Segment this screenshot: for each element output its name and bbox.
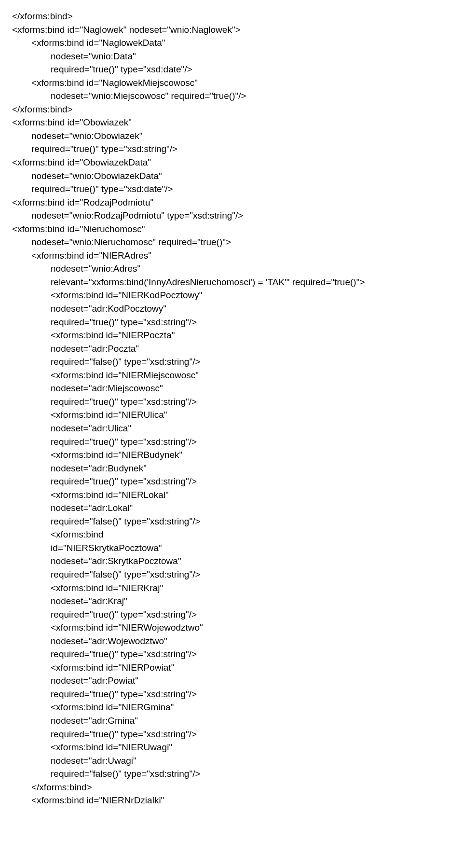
code-line: <xforms:bind id="NIERUwagi" — [12, 741, 451, 754]
code-line: nodeset="wnio:Obowiazek" — [12, 129, 451, 143]
code-line: nodeset="adr:Budynek" — [12, 462, 451, 475]
code-line: <xforms:bind id="NIERPoczta" — [12, 329, 451, 342]
code-line: </xforms:bind> — [12, 10, 451, 23]
code-line: <xforms:bind id="ObowiazekData" — [12, 156, 451, 169]
code-line: required="false()" type="xsd:string"/> — [12, 515, 451, 528]
code-line: </xforms:bind> — [12, 103, 451, 116]
code-line: id="NIERSkrytkaPocztowa" — [12, 541, 451, 555]
code-line: <xforms:bind id="NIERMiejscowosc" — [12, 369, 451, 382]
code-line: <xforms:bind id="NIERBudynek" — [12, 448, 451, 462]
code-line: <xforms:bind id="RodzajPodmiotu" — [12, 196, 451, 209]
code-line: <xforms:bind id="NIERWojewodztwo" — [12, 621, 451, 634]
code-line: nodeset="adr:Uwagi" — [12, 754, 451, 768]
code-line: </xforms:bind> — [12, 781, 451, 794]
code-line: required="false()" type="xsd:string"/> — [12, 355, 451, 369]
code-line: required="true()" type="xsd:string"/> — [12, 435, 451, 449]
code-line: <xforms:bind id="NIERAdres" — [12, 249, 451, 262]
code-line: <xforms:bind id="NaglowekMiejscowosc" — [12, 76, 451, 90]
code-line: <xforms:bind id="Obowiazek" — [12, 116, 451, 129]
code-line: required="true()" type="xsd:string"/> — [12, 475, 451, 488]
code-line: required="true()" type="xsd:string"/> — [12, 142, 451, 156]
code-line: nodeset="adr:Poczta" — [12, 342, 451, 356]
code-line: <xforms:bind id="NIERLokal" — [12, 488, 451, 502]
code-line: nodeset="wnio:Nieruchomosc" required="tr… — [12, 235, 451, 249]
code-line: required="true()" type="xsd:string"/> — [12, 395, 451, 409]
code-line: <xforms:bind id="NIERUlica" — [12, 408, 451, 422]
code-line: nodeset="adr:Powiat" — [12, 674, 451, 688]
code-line: nodeset="adr:Kraj" — [12, 594, 451, 608]
code-line: <xforms:bind id="NIERGmina" — [12, 701, 451, 714]
code-line: nodeset="adr:Miejscowosc" — [12, 382, 451, 395]
code-line: required="true()" type="xsd:string"/> — [12, 648, 451, 661]
code-line: required="true()" type="xsd:string"/> — [12, 688, 451, 701]
code-line: required="true()" type="xsd:string"/> — [12, 728, 451, 741]
code-line: <xforms:bind id="NIERKraj" — [12, 581, 451, 595]
code-line: nodeset="wnio:RodzajPodmiotu" type="xsd:… — [12, 209, 451, 222]
code-line: nodeset="adr:Gmina" — [12, 714, 451, 728]
code-line: <xforms:bind id="NIERNrDzialki" — [12, 794, 451, 807]
code-line: nodeset="wnio:ObowiazekData" — [12, 169, 451, 183]
xml-code-block: </xforms:bind><xforms:bind id="Naglowek"… — [12, 10, 451, 807]
code-line: nodeset="wnio:Adres" — [12, 262, 451, 276]
code-line: nodeset="adr:Wojewodztwo" — [12, 634, 451, 648]
code-line: nodeset="adr:Ulica" — [12, 422, 451, 435]
code-line: <xforms:bind id="NIERKodPocztowy" — [12, 289, 451, 302]
code-line: <xforms:bind — [12, 528, 451, 541]
code-line: nodeset="wnio:Miejscowosc" required="tru… — [12, 89, 451, 103]
code-line: nodeset="adr:SkrytkaPocztowa" — [12, 554, 451, 568]
code-line: nodeset="wnio:Data" — [12, 50, 451, 63]
code-line: required="true()" type="xsd:date"/> — [12, 63, 451, 76]
code-line: <xforms:bind id="NIERPowiat" — [12, 661, 451, 675]
code-line: <xforms:bind id="Naglowek" nodeset="wnio… — [12, 23, 451, 37]
code-line: required="true()" type="xsd:string"/> — [12, 608, 451, 621]
code-line: relevant="xxforms:bind('InnyAdresNieruch… — [12, 276, 451, 289]
code-line: required="true()" type="xsd:date"/> — [12, 182, 451, 196]
code-line: <xforms:bind id="Nieruchomosc" — [12, 222, 451, 236]
code-line: nodeset="adr:KodPocztowy" — [12, 302, 451, 316]
code-line: required="false()" type="xsd:string"/> — [12, 568, 451, 581]
code-line: required="false()" type="xsd:string"/> — [12, 767, 451, 781]
code-line: <xforms:bind id="NaglowekData" — [12, 36, 451, 50]
code-line: required="true()" type="xsd:string"/> — [12, 316, 451, 329]
code-line: nodeset="adr:Lokal" — [12, 501, 451, 515]
